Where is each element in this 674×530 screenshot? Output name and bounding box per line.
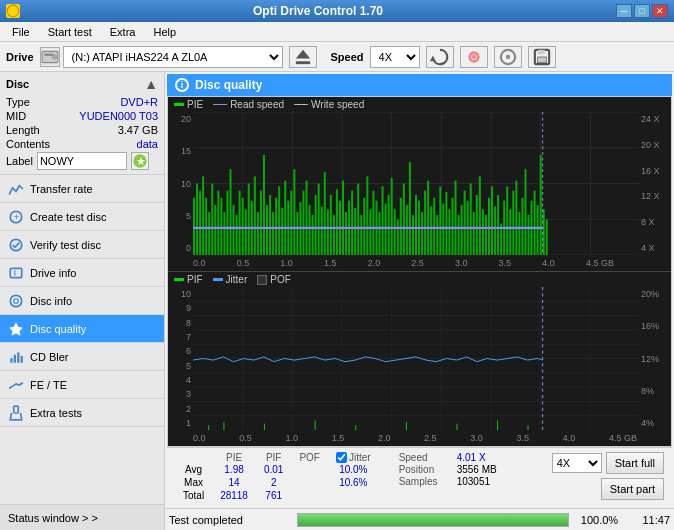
disc-icon-button[interactable]: [494, 46, 522, 68]
drive-select[interactable]: (N:) ATAPI iHAS224 A ZL0A: [63, 46, 283, 68]
content-area: i Disc quality PIE Read speed Write spee…: [165, 72, 674, 530]
extra-tests-icon: [8, 405, 24, 421]
sidebar: Disc ▲ Type DVD+R MID YUDEN000 T03 Lengt…: [0, 72, 165, 530]
svg-rect-42: [193, 198, 195, 255]
save-button[interactable]: [528, 46, 556, 68]
sidebar-item-create-test-disc[interactable]: + Create test disc: [0, 203, 164, 231]
sidebar-item-drive-info[interactable]: i Drive info: [0, 259, 164, 287]
start-part-button[interactable]: Start part: [601, 478, 664, 500]
svg-rect-121: [433, 198, 435, 255]
svg-rect-52: [223, 212, 225, 255]
svg-rect-101: [372, 191, 374, 255]
speed-combo-select[interactable]: 4X8X: [552, 453, 602, 473]
svg-rect-46: [205, 198, 207, 255]
transfer-rate-label: Transfer rate: [30, 183, 93, 195]
disc-panel-arrow[interactable]: ▲: [144, 76, 158, 92]
menu-help[interactable]: Help: [145, 24, 184, 40]
sidebar-item-disc-quality[interactable]: Disc quality: [0, 315, 164, 343]
svg-rect-95: [354, 208, 356, 255]
svg-rect-80: [309, 205, 311, 255]
verify-test-disc-label: Verify test disc: [30, 239, 101, 251]
svg-rect-50: [217, 191, 219, 255]
svg-rect-84: [321, 206, 323, 255]
svg-rect-114: [412, 215, 414, 255]
svg-rect-62: [254, 176, 256, 255]
speed-stat-value: 4.01 X: [457, 452, 486, 463]
svg-rect-119: [427, 181, 429, 255]
menu-extra[interactable]: Extra: [102, 24, 144, 40]
eject-button[interactable]: [289, 46, 317, 68]
close-button[interactable]: ✕: [652, 4, 668, 18]
sidebar-item-fe-te[interactable]: FE / TE: [0, 371, 164, 399]
sidebar-item-verify-test-disc[interactable]: Verify test disc: [0, 231, 164, 259]
svg-rect-56: [236, 215, 238, 255]
svg-rect-89: [336, 189, 338, 255]
svg-rect-96: [357, 184, 359, 256]
svg-rect-25: [14, 354, 16, 362]
svg-rect-91: [342, 181, 344, 255]
contents-label: Contents: [6, 138, 50, 150]
status-percent: 100.0%: [577, 514, 622, 526]
avg-pof: [291, 463, 328, 476]
svg-rect-150: [521, 198, 523, 255]
svg-point-10: [505, 54, 509, 58]
create-test-disc-label: Create test disc: [30, 211, 106, 223]
sidebar-item-transfer-rate[interactable]: Transfer rate: [0, 175, 164, 203]
cd-bler-icon: [8, 349, 24, 365]
speed-select[interactable]: 4X8X12X16X: [370, 46, 420, 68]
svg-rect-82: [315, 195, 317, 255]
chart1-legend-read: Read speed: [230, 99, 284, 110]
jitter-checkbox[interactable]: [336, 452, 347, 463]
label-icon-button[interactable]: ★: [131, 152, 149, 170]
disc-quality-header: i Disc quality: [167, 74, 672, 96]
sidebar-item-disc-info[interactable]: Disc info: [0, 287, 164, 315]
svg-rect-130: [461, 205, 463, 255]
drive-icon: [40, 47, 60, 67]
svg-rect-85: [324, 172, 326, 255]
menu-file[interactable]: File: [4, 24, 38, 40]
svg-rect-146: [509, 209, 511, 255]
maximize-button[interactable]: □: [634, 4, 650, 18]
svg-rect-74: [290, 191, 292, 255]
disc-quality-title: Disc quality: [195, 78, 262, 92]
status-window-button[interactable]: Status window > >: [0, 504, 164, 530]
svg-marker-6: [430, 55, 436, 61]
disc-info-icon: [8, 293, 24, 309]
drive-info-label: Drive info: [30, 267, 76, 279]
svg-rect-55: [233, 205, 235, 255]
svg-rect-81: [312, 215, 314, 255]
svg-point-3: [52, 54, 57, 59]
start-full-button[interactable]: Start full: [606, 452, 664, 474]
disc-quality-label: Disc quality: [30, 323, 86, 335]
svg-rect-28: [14, 406, 19, 413]
chart2-y-left: 10 9 8 7 6 5 4 3 2 1: [168, 287, 193, 430]
speed-stat-label: Speed: [399, 452, 449, 463]
app-icon: [6, 4, 20, 18]
settings-button[interactable]: [460, 46, 488, 68]
svg-rect-152: [528, 215, 530, 255]
minimize-button[interactable]: ─: [616, 4, 632, 18]
refresh-button[interactable]: [426, 46, 454, 68]
svg-rect-123: [439, 186, 441, 255]
svg-rect-120: [430, 206, 432, 255]
samples-value: 103051: [457, 476, 490, 487]
svg-rect-48: [211, 184, 213, 256]
svg-rect-87: [330, 195, 332, 255]
svg-text:+: +: [14, 212, 19, 222]
mid-label: MID: [6, 110, 26, 122]
svg-rect-99: [366, 176, 368, 255]
label-input[interactable]: [37, 152, 127, 170]
svg-rect-118: [424, 191, 426, 255]
svg-marker-4: [295, 49, 309, 58]
svg-rect-44: [199, 191, 201, 255]
svg-rect-111: [403, 184, 405, 256]
chart2-legend: PIF Jitter POF: [168, 272, 671, 287]
svg-rect-63: [257, 212, 259, 255]
svg-rect-110: [400, 198, 402, 255]
svg-rect-68: [272, 212, 274, 255]
svg-rect-100: [369, 209, 371, 255]
svg-rect-51: [220, 198, 222, 255]
sidebar-item-cd-bler[interactable]: CD Bler: [0, 343, 164, 371]
sidebar-item-extra-tests[interactable]: Extra tests: [0, 399, 164, 427]
menu-start-test[interactable]: Start test: [40, 24, 100, 40]
